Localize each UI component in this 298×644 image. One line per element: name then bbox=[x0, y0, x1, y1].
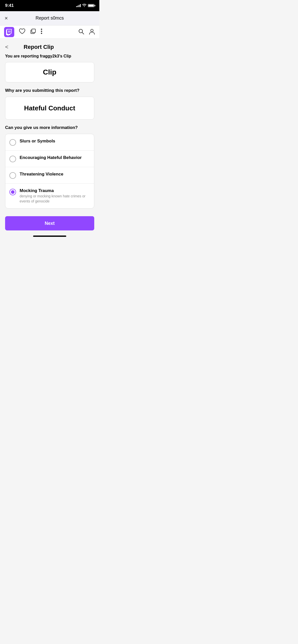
radio-option-slurs-title: Slurs or Symbols bbox=[20, 139, 90, 144]
radio-option-encouraging-content: Encouraging Hateful Behavior bbox=[20, 155, 90, 161]
heart-icon[interactable] bbox=[19, 28, 25, 36]
more-options-icon[interactable] bbox=[41, 28, 42, 36]
radio-option-slurs[interactable]: Slurs or Symbols bbox=[5, 134, 94, 151]
report-clip-header: < Report Clip bbox=[0, 39, 99, 54]
radio-circle-slurs bbox=[9, 139, 16, 146]
radio-option-mocking-content: Mocking Trauma denying or mocking known … bbox=[20, 188, 90, 204]
toolbar-left bbox=[4, 27, 42, 37]
home-indicator bbox=[0, 230, 99, 239]
radio-option-mocking-desc: denying or mocking known hate crimes or … bbox=[20, 194, 90, 204]
svg-rect-0 bbox=[4, 27, 14, 37]
search-icon[interactable] bbox=[78, 28, 85, 36]
signal-icon bbox=[76, 4, 81, 7]
home-bar bbox=[33, 236, 66, 237]
svg-rect-2 bbox=[8, 31, 9, 33]
svg-line-9 bbox=[82, 32, 84, 34]
svg-point-10 bbox=[91, 29, 93, 32]
toolbar-right bbox=[78, 28, 95, 36]
reporting-info: You are reporting fraggy2k3's Clip bbox=[0, 54, 99, 62]
radio-option-threatening[interactable]: Threatening Violence bbox=[5, 167, 94, 184]
more-info-question: Can you give us more information? bbox=[0, 125, 99, 134]
radio-circle-mocking bbox=[9, 189, 16, 195]
copy-icon[interactable] bbox=[30, 28, 36, 36]
why-question: Why are you submitting this report? bbox=[0, 88, 99, 97]
status-bar: 9:41 bbox=[0, 0, 99, 11]
back-button[interactable]: < bbox=[5, 44, 8, 50]
radio-option-encouraging[interactable]: Encouraging Hateful Behavior bbox=[5, 151, 94, 167]
svg-point-6 bbox=[41, 31, 42, 32]
svg-point-5 bbox=[41, 28, 42, 30]
radio-circle-encouraging bbox=[9, 156, 16, 162]
svg-point-7 bbox=[41, 33, 42, 34]
selected-reason-box: Hateful Conduct bbox=[5, 97, 94, 120]
svg-rect-4 bbox=[32, 29, 35, 33]
wifi-icon bbox=[82, 4, 86, 8]
nav-bar: × Report s0mcs bbox=[0, 11, 99, 25]
content-area: < Report Clip You are reporting fraggy2k… bbox=[0, 39, 99, 250]
radio-option-slurs-content: Slurs or Symbols bbox=[20, 139, 90, 144]
radio-option-threatening-title: Threatening Violence bbox=[20, 172, 90, 177]
report-clip-title: Report Clip bbox=[24, 44, 54, 50]
status-icons bbox=[76, 4, 94, 8]
radio-option-mocking-title: Mocking Trauma bbox=[20, 188, 90, 193]
radio-circle-threatening bbox=[9, 172, 16, 179]
profile-icon[interactable] bbox=[89, 28, 95, 36]
radio-dot-mocking bbox=[11, 190, 15, 194]
toolbar bbox=[0, 25, 99, 39]
twitch-logo-icon[interactable] bbox=[4, 27, 14, 37]
selected-reason-label: Hateful Conduct bbox=[24, 104, 75, 112]
radio-option-threatening-content: Threatening Violence bbox=[20, 172, 90, 177]
radio-options-container: Slurs or Symbols Encouraging Hateful Beh… bbox=[5, 134, 94, 209]
radio-option-mocking[interactable]: Mocking Trauma denying or mocking known … bbox=[5, 184, 94, 208]
clip-preview-box: Clip bbox=[5, 62, 94, 82]
radio-option-encouraging-title: Encouraging Hateful Behavior bbox=[20, 155, 90, 160]
next-button[interactable]: Next bbox=[5, 216, 94, 230]
svg-rect-1 bbox=[10, 31, 10, 33]
status-time: 9:41 bbox=[5, 3, 14, 8]
close-button[interactable]: × bbox=[5, 15, 8, 22]
clip-label: Clip bbox=[43, 68, 57, 76]
nav-title: Report s0mcs bbox=[35, 16, 64, 21]
battery-icon bbox=[88, 4, 94, 7]
